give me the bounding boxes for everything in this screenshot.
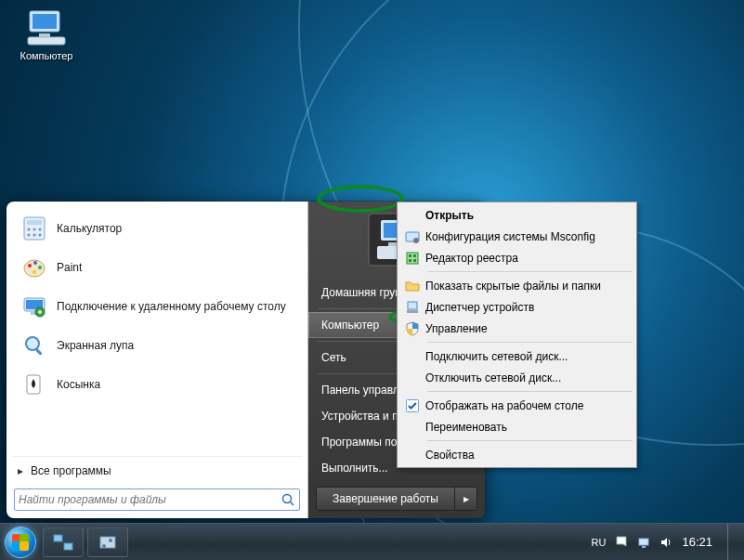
folder-icon (399, 275, 425, 296)
svg-rect-38 (408, 302, 417, 309)
taskbar-app-2[interactable] (87, 527, 128, 557)
remote-desktop-icon (20, 292, 49, 321)
program-remote-desktop[interactable]: Подключение к удаленному рабочему столу (14, 287, 300, 326)
ctx-label: Отображать на рабочем столе (425, 399, 583, 412)
blank-icon (399, 416, 425, 437)
blank-icon (399, 204, 425, 226)
all-programs[interactable]: ▸ Все программы (12, 456, 302, 485)
show-desktop-button[interactable] (727, 524, 737, 561)
svg-point-7 (33, 228, 36, 231)
svg-point-15 (38, 266, 42, 269)
ctx-disconnect-drive[interactable]: Отключить сетевой диск... (399, 367, 634, 388)
separator (427, 342, 633, 343)
taskbar-app-1[interactable] (43, 527, 84, 557)
ctx-label: Показать скрытые файлы и папки (425, 280, 601, 293)
svg-point-24 (283, 495, 292, 503)
svg-point-16 (33, 270, 36, 274)
regedit-icon (399, 247, 425, 268)
blank-icon (399, 345, 425, 367)
separator (427, 391, 633, 392)
svg-point-8 (39, 228, 42, 231)
svg-rect-5 (27, 220, 42, 225)
svg-point-13 (28, 264, 32, 267)
svg-point-6 (28, 228, 31, 231)
ctx-label: Редактор реестра (425, 252, 518, 265)
ctx-show-on-desktop[interactable]: Отображать на рабочем столе (399, 395, 634, 416)
ctx-label: Диспетчер устройств (425, 301, 534, 314)
ctx-show-hidden[interactable]: Показать скрытые файлы и папки (399, 275, 634, 296)
shutdown-button[interactable]: Завершение работы (317, 488, 454, 510)
program-label: Калькулятор (57, 222, 122, 235)
svg-point-9 (28, 234, 31, 237)
action-center-icon[interactable] (615, 536, 628, 549)
ctx-msconfig[interactable]: Конфигурация системы Msconfig (399, 226, 634, 247)
blank-icon (399, 367, 425, 388)
svg-rect-47 (642, 546, 646, 548)
program-magnifier[interactable]: Экранная лупа (14, 326, 300, 365)
program-paint[interactable]: Paint (14, 248, 300, 287)
svg-rect-37 (413, 259, 416, 262)
svg-rect-34 (409, 254, 411, 257)
ctx-label: Отключить сетевой диск... (425, 371, 561, 384)
search-box[interactable] (14, 488, 300, 511)
volume-icon[interactable] (659, 536, 672, 549)
ctx-regedit[interactable]: Редактор реестра (399, 247, 634, 268)
ctx-label: Конфигурация системы Msconfig (425, 230, 595, 243)
ctx-properties[interactable]: Свойства (399, 444, 634, 465)
program-label: Подключение к удаленному рабочему столу (57, 300, 286, 313)
svg-point-11 (39, 234, 42, 237)
svg-rect-33 (407, 253, 418, 264)
language-indicator[interactable]: RU (592, 537, 607, 548)
clock[interactable]: 16:21 (682, 535, 712, 549)
start-button[interactable] (0, 524, 41, 561)
separator (427, 271, 633, 272)
svg-point-45 (109, 539, 112, 542)
svg-rect-2 (39, 33, 50, 37)
program-label: Экранная лупа (57, 339, 134, 352)
program-label: Paint (57, 261, 82, 274)
chevron-right-icon: ▸ (18, 464, 23, 477)
ctx-label: Открыть (425, 209, 474, 222)
svg-rect-36 (409, 259, 411, 262)
separator (427, 440, 633, 441)
computer-icon (24, 7, 69, 48)
shutdown-label: Завершение работы (333, 492, 438, 505)
ctx-rename[interactable]: Переименовать (399, 416, 634, 437)
program-list: Калькулятор Paint Подключение к удаленно… (12, 207, 302, 456)
ctx-device-manager[interactable]: Диспетчер устройств (399, 296, 634, 318)
calculator-icon (20, 214, 49, 243)
all-programs-label: Все программы (31, 464, 111, 477)
magnifier-icon (20, 331, 49, 360)
paint-icon (20, 253, 49, 282)
program-calculator[interactable]: Калькулятор (14, 209, 300, 248)
search-icon[interactable] (281, 492, 295, 507)
program-label: Косынка (57, 378, 100, 391)
program-solitaire[interactable]: Косынка (14, 365, 300, 404)
desktop-computer-icon[interactable]: Компьютер (9, 7, 84, 61)
taskbar: RU 16:21 (0, 523, 744, 560)
svg-rect-3 (28, 37, 65, 45)
svg-line-25 (291, 502, 294, 506)
ctx-manage[interactable]: Управление (399, 318, 634, 339)
network-icon[interactable] (637, 536, 650, 549)
shutdown-options-arrow[interactable]: ▸ (454, 488, 476, 510)
svg-point-21 (26, 337, 39, 350)
ctx-label: Переименовать (425, 421, 507, 434)
shutdown-button-group: Завершение работы ▸ (316, 487, 477, 511)
solitaire-icon (20, 370, 49, 399)
ctx-open[interactable]: Открыть (399, 204, 634, 226)
ctx-label: Подключить сетевой диск... (425, 350, 568, 363)
svg-rect-39 (407, 310, 418, 313)
ctx-label: Свойства (425, 449, 475, 462)
checkmark-icon (399, 395, 425, 416)
svg-rect-46 (639, 539, 648, 545)
system-tray: RU 16:21 (584, 524, 744, 561)
svg-point-44 (102, 544, 106, 548)
ctx-label: Управление (425, 322, 488, 335)
svg-rect-42 (64, 543, 72, 550)
ctx-map-drive[interactable]: Подключить сетевой диск... (399, 345, 634, 367)
search-input[interactable] (19, 493, 281, 506)
svg-rect-1 (33, 14, 57, 29)
desktop-computer-label: Компьютер (9, 50, 84, 61)
shield-icon (399, 318, 425, 339)
